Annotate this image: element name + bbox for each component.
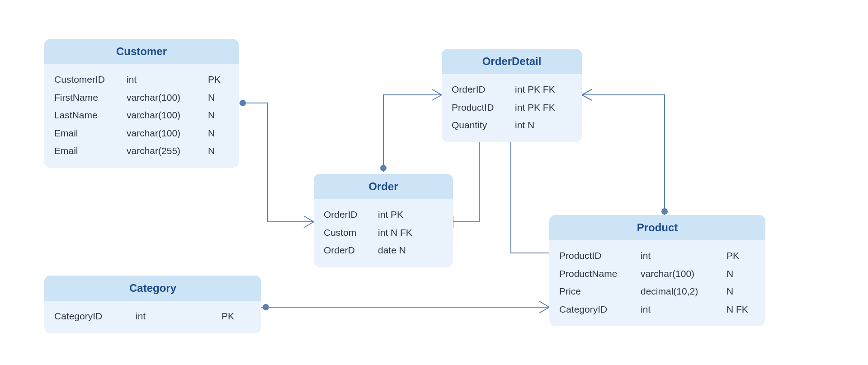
row: Customint N FK — [324, 224, 443, 242]
row: CategoryIDintN FK — [559, 300, 755, 318]
entity-title: Order — [314, 174, 453, 199]
row: Emailvarchar(255)N — [54, 142, 229, 160]
row: FirstNamevarchar(100)N — [54, 89, 229, 107]
row: OrderIDint PK FK — [452, 80, 572, 98]
crowfoot — [582, 89, 592, 100]
edge-customer-order — [239, 103, 314, 222]
row: OrderDdate N — [324, 241, 443, 259]
entity-rows: OrderIDint PK FK ProductIDint PK FK Quan… — [442, 74, 582, 142]
entity-order: Order OrderIDint PK Customint N FK Order… — [314, 174, 453, 267]
entity-product: Product ProductIDintPK ProductNamevarcha… — [549, 215, 765, 326]
row: ProductIDintPK — [559, 247, 755, 265]
edge-orderdetail-right-product — [582, 95, 665, 215]
row: Emailvarchar(100)N — [54, 124, 229, 142]
entity-title: Product — [549, 215, 765, 240]
edge-dot — [381, 165, 386, 171]
row: CategoryIDintPK — [54, 307, 251, 325]
crowfoot — [304, 216, 314, 228]
row: ProductIDint PK FK — [452, 98, 572, 117]
edge-order-orderdetail-left — [453, 131, 479, 222]
edge-order-top-orderdetail — [383, 95, 442, 172]
entity-category: Category CategoryIDintPK — [44, 276, 261, 333]
entity-customer: Customer CustomerIDintPK FirstNamevarcha… — [44, 39, 239, 168]
entity-rows: CustomerIDintPK FirstNamevarchar(100)N L… — [44, 64, 239, 168]
entity-orderdetail: OrderDetail OrderIDint PK FK ProductIDin… — [442, 49, 582, 142]
row: ProductNamevarchar(100)N — [559, 265, 755, 283]
entity-rows: CategoryIDintPK — [44, 301, 261, 333]
entity-title: Category — [44, 276, 261, 301]
edge-orderdetail-product-left — [511, 131, 549, 253]
entity-title: Customer — [44, 39, 239, 64]
edge-dot — [263, 304, 269, 310]
row: CustomerIDintPK — [54, 70, 229, 89]
erd-canvas: Customer CustomerIDintPK FirstNamevarcha… — [0, 0, 868, 365]
row: Quantityint N — [452, 116, 572, 134]
edge-dot — [662, 209, 667, 214]
row: Pricedecimal(10,2)N — [559, 282, 755, 300]
row: LastNamevarchar(100)N — [54, 106, 229, 124]
crowfoot — [432, 89, 442, 100]
entity-title: OrderDetail — [442, 49, 582, 74]
edge-dot — [240, 100, 245, 106]
row: OrderIDint PK — [324, 206, 443, 224]
entity-rows: ProductIDintPK ProductNamevarchar(100)N … — [549, 240, 765, 326]
entity-rows: OrderIDint PK Customint N FK OrderDdate … — [314, 199, 453, 267]
crowfoot — [539, 301, 549, 313]
